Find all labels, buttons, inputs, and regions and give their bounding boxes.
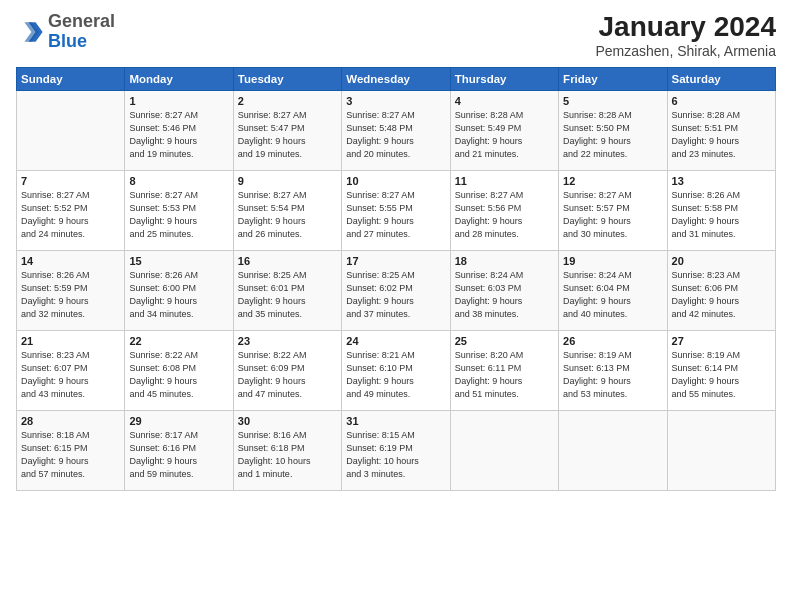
calendar-cell: 27Sunrise: 8:19 AM Sunset: 6:14 PM Dayli… [667, 330, 775, 410]
day-header-thursday: Thursday [450, 67, 558, 90]
day-number: 15 [129, 255, 228, 267]
title-block: January 2024 Pemzashen, Shirak, Armenia [595, 12, 776, 59]
day-number: 2 [238, 95, 337, 107]
day-number: 1 [129, 95, 228, 107]
day-info: Sunrise: 8:23 AM Sunset: 6:06 PM Dayligh… [672, 269, 771, 321]
day-info: Sunrise: 8:22 AM Sunset: 6:08 PM Dayligh… [129, 349, 228, 401]
week-row-1: 1Sunrise: 8:27 AM Sunset: 5:46 PM Daylig… [17, 90, 776, 170]
day-header-friday: Friday [559, 67, 667, 90]
day-number: 26 [563, 335, 662, 347]
day-info: Sunrise: 8:27 AM Sunset: 5:57 PM Dayligh… [563, 189, 662, 241]
calendar-cell: 25Sunrise: 8:20 AM Sunset: 6:11 PM Dayli… [450, 330, 558, 410]
day-number: 29 [129, 415, 228, 427]
day-info: Sunrise: 8:27 AM Sunset: 5:54 PM Dayligh… [238, 189, 337, 241]
day-info: Sunrise: 8:21 AM Sunset: 6:10 PM Dayligh… [346, 349, 445, 401]
calendar-cell: 29Sunrise: 8:17 AM Sunset: 6:16 PM Dayli… [125, 410, 233, 490]
day-info: Sunrise: 8:27 AM Sunset: 5:48 PM Dayligh… [346, 109, 445, 161]
calendar-cell: 14Sunrise: 8:26 AM Sunset: 5:59 PM Dayli… [17, 250, 125, 330]
day-number: 10 [346, 175, 445, 187]
day-number: 19 [563, 255, 662, 267]
calendar-cell: 21Sunrise: 8:23 AM Sunset: 6:07 PM Dayli… [17, 330, 125, 410]
day-info: Sunrise: 8:18 AM Sunset: 6:15 PM Dayligh… [21, 429, 120, 481]
day-info: Sunrise: 8:27 AM Sunset: 5:56 PM Dayligh… [455, 189, 554, 241]
day-info: Sunrise: 8:26 AM Sunset: 6:00 PM Dayligh… [129, 269, 228, 321]
day-info: Sunrise: 8:20 AM Sunset: 6:11 PM Dayligh… [455, 349, 554, 401]
calendar-cell: 30Sunrise: 8:16 AM Sunset: 6:18 PM Dayli… [233, 410, 341, 490]
calendar-cell: 18Sunrise: 8:24 AM Sunset: 6:03 PM Dayli… [450, 250, 558, 330]
day-info: Sunrise: 8:27 AM Sunset: 5:47 PM Dayligh… [238, 109, 337, 161]
day-info: Sunrise: 8:27 AM Sunset: 5:52 PM Dayligh… [21, 189, 120, 241]
calendar-cell: 2Sunrise: 8:27 AM Sunset: 5:47 PM Daylig… [233, 90, 341, 170]
page-subtitle: Pemzashen, Shirak, Armenia [595, 43, 776, 59]
day-number: 11 [455, 175, 554, 187]
week-row-4: 21Sunrise: 8:23 AM Sunset: 6:07 PM Dayli… [17, 330, 776, 410]
day-number: 3 [346, 95, 445, 107]
day-info: Sunrise: 8:26 AM Sunset: 5:59 PM Dayligh… [21, 269, 120, 321]
day-number: 7 [21, 175, 120, 187]
logo-icon [16, 18, 44, 46]
day-number: 28 [21, 415, 120, 427]
day-number: 27 [672, 335, 771, 347]
day-number: 23 [238, 335, 337, 347]
calendar-cell: 1Sunrise: 8:27 AM Sunset: 5:46 PM Daylig… [125, 90, 233, 170]
week-row-2: 7Sunrise: 8:27 AM Sunset: 5:52 PM Daylig… [17, 170, 776, 250]
calendar-cell: 31Sunrise: 8:15 AM Sunset: 6:19 PM Dayli… [342, 410, 450, 490]
calendar-cell: 8Sunrise: 8:27 AM Sunset: 5:53 PM Daylig… [125, 170, 233, 250]
day-info: Sunrise: 8:24 AM Sunset: 6:03 PM Dayligh… [455, 269, 554, 321]
calendar-cell: 5Sunrise: 8:28 AM Sunset: 5:50 PM Daylig… [559, 90, 667, 170]
day-info: Sunrise: 8:16 AM Sunset: 6:18 PM Dayligh… [238, 429, 337, 481]
day-number: 9 [238, 175, 337, 187]
logo-blue-text: Blue [48, 31, 87, 51]
calendar-cell: 6Sunrise: 8:28 AM Sunset: 5:51 PM Daylig… [667, 90, 775, 170]
day-info: Sunrise: 8:22 AM Sunset: 6:09 PM Dayligh… [238, 349, 337, 401]
day-header-tuesday: Tuesday [233, 67, 341, 90]
day-info: Sunrise: 8:25 AM Sunset: 6:02 PM Dayligh… [346, 269, 445, 321]
calendar-table: SundayMondayTuesdayWednesdayThursdayFrid… [16, 67, 776, 491]
day-info: Sunrise: 8:25 AM Sunset: 6:01 PM Dayligh… [238, 269, 337, 321]
day-number: 18 [455, 255, 554, 267]
day-number: 20 [672, 255, 771, 267]
calendar-cell: 10Sunrise: 8:27 AM Sunset: 5:55 PM Dayli… [342, 170, 450, 250]
day-header-sunday: Sunday [17, 67, 125, 90]
day-number: 13 [672, 175, 771, 187]
calendar-cell: 13Sunrise: 8:26 AM Sunset: 5:58 PM Dayli… [667, 170, 775, 250]
day-number: 21 [21, 335, 120, 347]
day-header-wednesday: Wednesday [342, 67, 450, 90]
calendar-cell: 23Sunrise: 8:22 AM Sunset: 6:09 PM Dayli… [233, 330, 341, 410]
day-info: Sunrise: 8:27 AM Sunset: 5:46 PM Dayligh… [129, 109, 228, 161]
day-number: 24 [346, 335, 445, 347]
day-number: 25 [455, 335, 554, 347]
week-row-3: 14Sunrise: 8:26 AM Sunset: 5:59 PM Dayli… [17, 250, 776, 330]
calendar-cell: 15Sunrise: 8:26 AM Sunset: 6:00 PM Dayli… [125, 250, 233, 330]
header-row: SundayMondayTuesdayWednesdayThursdayFrid… [17, 67, 776, 90]
day-number: 4 [455, 95, 554, 107]
day-info: Sunrise: 8:26 AM Sunset: 5:58 PM Dayligh… [672, 189, 771, 241]
day-number: 14 [21, 255, 120, 267]
day-info: Sunrise: 8:15 AM Sunset: 6:19 PM Dayligh… [346, 429, 445, 481]
day-number: 16 [238, 255, 337, 267]
day-info: Sunrise: 8:19 AM Sunset: 6:14 PM Dayligh… [672, 349, 771, 401]
day-number: 6 [672, 95, 771, 107]
day-info: Sunrise: 8:17 AM Sunset: 6:16 PM Dayligh… [129, 429, 228, 481]
calendar-cell: 26Sunrise: 8:19 AM Sunset: 6:13 PM Dayli… [559, 330, 667, 410]
day-info: Sunrise: 8:28 AM Sunset: 5:49 PM Dayligh… [455, 109, 554, 161]
calendar-cell: 7Sunrise: 8:27 AM Sunset: 5:52 PM Daylig… [17, 170, 125, 250]
day-info: Sunrise: 8:28 AM Sunset: 5:50 PM Dayligh… [563, 109, 662, 161]
day-info: Sunrise: 8:19 AM Sunset: 6:13 PM Dayligh… [563, 349, 662, 401]
calendar-cell: 16Sunrise: 8:25 AM Sunset: 6:01 PM Dayli… [233, 250, 341, 330]
day-header-monday: Monday [125, 67, 233, 90]
calendar-cell: 17Sunrise: 8:25 AM Sunset: 6:02 PM Dayli… [342, 250, 450, 330]
logo: General Blue [16, 12, 115, 52]
day-number: 31 [346, 415, 445, 427]
day-number: 8 [129, 175, 228, 187]
day-number: 22 [129, 335, 228, 347]
calendar-cell [559, 410, 667, 490]
calendar-cell [450, 410, 558, 490]
page: General Blue January 2024 Pemzashen, Shi… [0, 0, 792, 612]
calendar-cell: 3Sunrise: 8:27 AM Sunset: 5:48 PM Daylig… [342, 90, 450, 170]
day-info: Sunrise: 8:23 AM Sunset: 6:07 PM Dayligh… [21, 349, 120, 401]
calendar-cell: 22Sunrise: 8:22 AM Sunset: 6:08 PM Dayli… [125, 330, 233, 410]
day-number: 17 [346, 255, 445, 267]
day-number: 30 [238, 415, 337, 427]
header: General Blue January 2024 Pemzashen, Shi… [16, 12, 776, 59]
